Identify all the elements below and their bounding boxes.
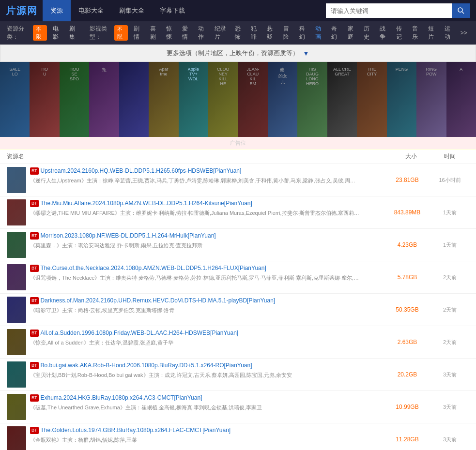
banner-poster-13[interactable]: THECITY (357, 62, 386, 137)
nav-item-resources[interactable]: 资源 (43, 0, 71, 21)
genre-unlimited-tag[interactable]: 不限 (114, 25, 128, 41)
genre-crime[interactable]: 犯罪 (249, 24, 261, 42)
genre-horror[interactable]: 恐怖 (233, 24, 245, 42)
genre-animation[interactable]: 动画 (313, 24, 325, 42)
search-input[interactable] (326, 3, 452, 18)
nav-item-subtitles[interactable]: 字幕下载 (152, 0, 193, 21)
resource-size-8: 10.99GB (388, 404, 427, 410)
banner-poster-6[interactable]: Apartme (149, 62, 178, 137)
resource-time-2: 1天前 (430, 209, 469, 216)
banner-poster-15[interactable]: RINGPOW (416, 62, 446, 137)
table-row: BT Bo.bui.gai.wak.AKA.Rob-B-Hood.2006.10… (0, 359, 476, 391)
resource-title-text-9[interactable]: The.Golden.Lotus.1974.GBR.BluRay.1080p.x… (41, 426, 231, 435)
resource-size-3: 4.23GB (388, 241, 427, 248)
genre-mystery[interactable]: 悬疑 (265, 24, 277, 42)
col-time: 时间 (430, 152, 469, 161)
resource-title-7[interactable]: BT Bo.bui.gai.wak.AKA.Rob-B-Hood.2006.10… (30, 361, 384, 370)
resource-title-2[interactable]: BT The.Miu.Miu.Affaire.2024.1080p.AMZN.W… (30, 199, 384, 208)
resource-title-text-5[interactable]: Darkness.of.Man.2024.2160p.UHD.Remux.HEV… (41, 297, 276, 305)
banner-poster-12[interactable]: ALL CREGREAT (327, 62, 357, 137)
bt-badge-2: BT (30, 200, 39, 207)
bt-badge-6: BT (30, 330, 39, 337)
more-options-arrow-icon: ▼ (303, 49, 309, 57)
resource-title-8[interactable]: BT Exhuma.2024.HKG.BluRay.1080p.x264.AC3… (30, 394, 384, 402)
genre-comedy[interactable]: 喜剧 (148, 24, 160, 42)
nav-item-tv[interactable]: 剧集大全 (111, 0, 152, 21)
more-options-bar[interactable]: 更多选项（制片地区，上映年份，资源画质等） ▼ (0, 45, 476, 62)
genre-adventure[interactable]: 冒险 (281, 24, 293, 42)
resource-title-text-3[interactable]: Morrison.2023.1080p.NF.WEB-DL.DDP5.1.H.2… (41, 232, 216, 240)
type-unlimited-tag[interactable]: 不限 (33, 25, 47, 41)
banner-poster-5[interactable] (119, 62, 149, 137)
bt-badge-9: BT (30, 427, 39, 434)
resource-title-text-7[interactable]: Bo.bui.gai.wak.AKA.Rob-B-Hood.2006.1080p… (41, 361, 252, 370)
genre-action[interactable]: 动作 (196, 24, 208, 42)
banner-poster-10[interactable]: 他,的女儿 (268, 62, 297, 137)
resource-list: BT Upstream.2024.2160p.HQ.WEB-DL.DDP5.1.… (0, 164, 476, 450)
genre-sports[interactable]: 运动 (443, 24, 455, 42)
resource-title-4[interactable]: BT The.Curse.of.the.Necklace.2024.1080p.… (30, 264, 384, 272)
resource-title-6[interactable]: BT All.of.a.Sudden.1996.1080p.Friday.WEB… (30, 329, 384, 337)
genre-fantasy[interactable]: 奇幻 (329, 24, 341, 42)
search-button[interactable] (452, 3, 470, 18)
resource-title-1[interactable]: BT Upstream.2024.2160p.HQ.WEB-DL.DDP5.1.… (30, 167, 384, 175)
banner-poster-16[interactable]: A (446, 62, 476, 137)
type-filter-label: 资源分类： (7, 25, 29, 41)
resource-title-5[interactable]: BT Darkness.of.Man.2024.2160p.UHD.Remux.… (30, 297, 384, 305)
genre-biography[interactable]: 传记 (394, 24, 406, 42)
genre-more[interactable]: >> (459, 29, 469, 37)
resource-info-7: BT Bo.bui.gai.wak.AKA.Rob-B-Hood.2006.10… (30, 361, 384, 379)
genre-music[interactable]: 音乐 (410, 24, 422, 42)
genre-thriller[interactable]: 惊悚 (164, 24, 176, 42)
banner-poster-7[interactable]: AppleTV+WOL (179, 62, 208, 137)
genre-romance[interactable]: 爱情 (180, 24, 192, 42)
resource-thumb-7 (7, 361, 26, 388)
table-row: BT Morrison.2023.1080p.NF.WEB-DL.DDP5.1.… (0, 229, 476, 261)
banner-poster-3[interactable]: HOUSESPO (60, 62, 89, 137)
search-icon (457, 7, 465, 15)
type-tv-tag[interactable]: 剧集 (67, 24, 80, 42)
col-size: 大小 (392, 152, 430, 161)
resource-title-text-1[interactable]: Upstream.2024.2160p.HQ.WEB-DL.DDP5.1.H26… (41, 167, 242, 175)
type-movie-tag[interactable]: 电影 (51, 24, 63, 42)
site-logo: 片源网 (6, 4, 38, 17)
resource-desc-1: 《逆行人生,Upstream》主演：徐峥,辛芷蕾,王骁,贾冰,冯兵,丁勇岱,卢靖… (30, 177, 359, 185)
banner-poster-1[interactable]: SALELO (0, 62, 30, 137)
col-name: 资源名 (7, 152, 392, 161)
resource-title-3[interactable]: BT Morrison.2023.1080p.NF.WEB-DL.DDP5.1.… (30, 232, 384, 240)
banner-poster-4[interactable]: 拒 (89, 62, 119, 137)
nav-item-movies[interactable]: 电影大全 (71, 0, 111, 21)
resource-title-text-2[interactable]: The.Miu.Miu.Affaire.2024.1080p.AMZN.WEB-… (41, 199, 252, 208)
genre-drama[interactable]: 剧情 (132, 24, 144, 42)
table-row: BT Darkness.of.Man.2024.2160p.UHD.Remux.… (0, 294, 476, 326)
table-row: BT The.Golden.Lotus.1974.GBR.BluRay.1080… (0, 423, 476, 450)
resource-title-text-8[interactable]: Exhuma.2024.HKG.BluRay.1080p.x264.AC3-CM… (41, 394, 202, 402)
bt-badge-4: BT (30, 265, 39, 272)
bt-badge-7: BT (30, 362, 39, 369)
genre-short[interactable]: 短片 (426, 24, 438, 42)
resource-left-4: BT The.Curse.of.the.Necklace.2024.1080p.… (7, 264, 384, 290)
genre-war[interactable]: 战争 (378, 24, 390, 42)
genre-history[interactable]: 历史 (362, 24, 374, 42)
resource-size-1: 23.81GB (388, 177, 427, 183)
resource-size-7: 20.2GB (388, 371, 427, 378)
resource-desc-5: 《暗影守卫》主演：尚格·云顿,埃里克罗伯茨,克里斯塔娜·洛肯 (30, 306, 359, 315)
genre-family[interactable]: 家庭 (346, 24, 358, 42)
resource-thumb-8 (7, 394, 26, 420)
resource-left-6: BT All.of.a.Sudden.1996.1080p.Friday.WEB… (7, 329, 384, 355)
genre-documentary[interactable]: 纪录片 (213, 24, 229, 42)
resource-title-9[interactable]: BT The.Golden.Lotus.1974.GBR.BluRay.1080… (30, 426, 384, 435)
resource-title-text-4[interactable]: The.Curse.of.the.Necklace.2024.1080p.AMZ… (41, 264, 266, 272)
banner-poster-9[interactable]: JEAN-CLAUKILEM (238, 62, 268, 137)
resource-time-1: 16小时前 (430, 177, 469, 184)
banner-poster-14[interactable]: PENG (387, 62, 416, 137)
search-bar (326, 3, 470, 18)
resource-info-5: BT Darkness.of.Man.2024.2160p.UHD.Remux.… (30, 297, 384, 314)
banner-poster-2[interactable]: HOU (30, 62, 59, 137)
resource-desc-3: 《莫里森，》主演：琪洽安玛达雅混,乔·卡明斯,雨果,丘拉恰克·查克拉邦斯 (30, 241, 359, 250)
resource-thumb-5 (7, 297, 26, 323)
genre-scifi[interactable]: 科幻 (297, 24, 309, 42)
banner-poster-8[interactable]: CLOONEYKILLHE (208, 62, 238, 137)
banner-poster-11[interactable]: HISDAUGLONGHERO (297, 62, 327, 137)
resource-title-text-6[interactable]: All.of.a.Sudden.1996.1080p.Friday.WEB-DL… (41, 329, 239, 337)
